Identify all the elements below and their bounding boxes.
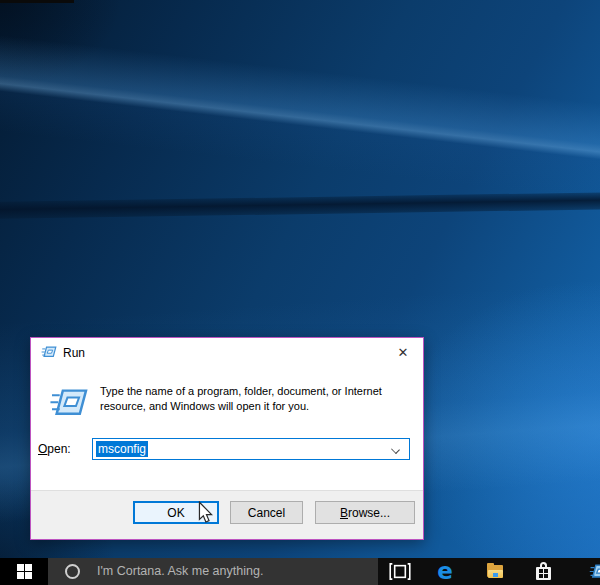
cancel-button[interactable]: Cancel <box>230 501 303 524</box>
edge-icon: e <box>437 558 453 584</box>
open-row: Open: msconfig <box>31 438 423 460</box>
task-view-button[interactable] <box>388 558 412 585</box>
dialog-titlebar[interactable]: Run ✕ <box>31 338 423 367</box>
start-button[interactable] <box>0 558 48 585</box>
run-taskbar-button[interactable] <box>589 558 600 585</box>
cortana-icon <box>65 564 80 579</box>
run-dialog: Run ✕ Type the name of a program, folder… <box>30 337 424 540</box>
open-label: Open: <box>38 442 71 456</box>
file-explorer-button[interactable] <box>487 558 505 585</box>
task-view-icon <box>389 563 411 580</box>
top-left-strip <box>0 0 74 3</box>
browse-button[interactable]: Browse... <box>315 501 415 524</box>
close-button[interactable]: ✕ <box>383 338 423 367</box>
run-icon <box>41 345 57 362</box>
open-input[interactable]: msconfig <box>92 438 410 460</box>
search-placeholder-text: I'm Cortana. Ask me anything. <box>97 564 263 578</box>
dialog-footer: OK Cancel Browse... <box>31 490 423 539</box>
desktop-screen: Run ✕ Type the name of a program, folder… <box>0 0 600 585</box>
close-icon: ✕ <box>398 345 409 360</box>
open-input-value: msconfig <box>96 441 148 457</box>
windows-logo-icon <box>17 564 32 579</box>
run-icon-large <box>48 386 90 423</box>
combo-dropdown-icon[interactable] <box>391 445 400 454</box>
edge-browser-button[interactable]: e <box>431 558 459 585</box>
dialog-title: Run <box>63 346 85 360</box>
store-button[interactable] <box>531 558 557 585</box>
store-bag-icon <box>536 562 551 581</box>
wallpaper-dark-band <box>0 192 600 219</box>
run-taskbar-icon <box>589 563 600 580</box>
wallpaper-light-beam <box>0 29 600 210</box>
taskbar: I'm Cortana. Ask me anything. e <box>0 558 600 585</box>
folder-icon <box>487 564 504 578</box>
mouse-cursor <box>197 501 214 524</box>
cortana-search-box[interactable]: I'm Cortana. Ask me anything. <box>48 558 378 585</box>
dialog-message: Type the name of a program, folder, docu… <box>100 384 416 414</box>
